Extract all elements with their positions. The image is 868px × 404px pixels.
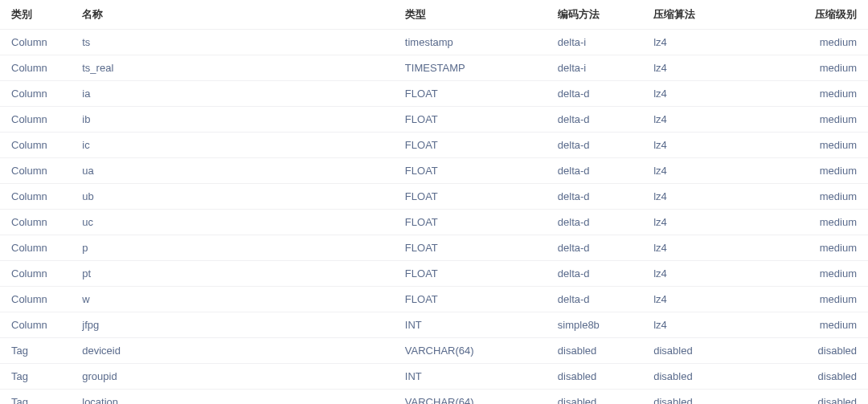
table-row: ColumnucFLOATdelta-dlz4medium (0, 210, 868, 235)
cell-category: Column (0, 235, 74, 261)
table-row: TaglocationVARCHAR(64)disableddisableddi… (0, 390, 868, 405)
cell-compress-level: disabled (776, 390, 868, 405)
cell-category: Tag (0, 364, 74, 390)
table-row: ColumniaFLOATdelta-dlz4medium (0, 81, 868, 107)
cell-type: TIMESTAMP (397, 55, 550, 81)
cell-name: ia (74, 81, 397, 107)
cell-compress-level: medium (776, 107, 868, 133)
cell-name: ts (74, 30, 397, 55)
cell-type: FLOAT (397, 261, 550, 287)
cell-encoding: delta-d (550, 287, 645, 312)
cell-compress-algo: disabled (645, 364, 776, 390)
cell-type: FLOAT (397, 287, 550, 312)
cell-type: timestamp (397, 30, 550, 55)
cell-name: jfpg (74, 312, 397, 338)
cell-encoding: delta-d (550, 158, 645, 184)
table-row: TaggroupidINTdisableddisableddisabled (0, 364, 868, 390)
cell-compress-algo: lz4 (645, 158, 776, 184)
cell-name: ub (74, 184, 397, 210)
cell-compress-algo: lz4 (645, 235, 776, 261)
header-compress-level: 压缩级别 (776, 0, 868, 30)
cell-category: Column (0, 107, 74, 133)
table-row: Columnts_realTIMESTAMPdelta-ilz4medium (0, 55, 868, 81)
cell-compress-algo: disabled (645, 390, 776, 405)
cell-compress-level: medium (776, 235, 868, 261)
cell-name: ic (74, 133, 397, 158)
cell-category: Column (0, 133, 74, 158)
cell-type: INT (397, 364, 550, 390)
cell-category: Column (0, 261, 74, 287)
table-row: Columntstimestampdelta-ilz4medium (0, 30, 868, 55)
table-row: TagdeviceidVARCHAR(64)disableddisableddi… (0, 338, 868, 364)
cell-category: Column (0, 55, 74, 81)
cell-type: FLOAT (397, 107, 550, 133)
cell-category: Column (0, 158, 74, 184)
cell-category: Column (0, 81, 74, 107)
cell-type: FLOAT (397, 184, 550, 210)
cell-compress-algo: lz4 (645, 107, 776, 133)
cell-type: INT (397, 312, 550, 338)
cell-category: Column (0, 312, 74, 338)
table-row: ColumnptFLOATdelta-dlz4medium (0, 261, 868, 287)
cell-name: ib (74, 107, 397, 133)
cell-category: Column (0, 184, 74, 210)
cell-encoding: delta-d (550, 184, 645, 210)
cell-compress-level: disabled (776, 338, 868, 364)
cell-compress-level: medium (776, 158, 868, 184)
cell-name: groupid (74, 364, 397, 390)
cell-type: FLOAT (397, 210, 550, 235)
cell-compress-level: medium (776, 30, 868, 55)
cell-compress-level: medium (776, 312, 868, 338)
cell-compress-level: medium (776, 261, 868, 287)
cell-encoding: simple8b (550, 312, 645, 338)
table-row: ColumnicFLOATdelta-dlz4medium (0, 133, 868, 158)
cell-encoding: disabled (550, 390, 645, 405)
cell-encoding: disabled (550, 338, 645, 364)
cell-compress-level: medium (776, 55, 868, 81)
table-header-row: 类别 名称 类型 编码方法 压缩算法 压缩级别 (0, 0, 868, 30)
table-row: ColumnuaFLOATdelta-dlz4medium (0, 158, 868, 184)
cell-category: Tag (0, 338, 74, 364)
cell-name: ua (74, 158, 397, 184)
header-compress-algo: 压缩算法 (645, 0, 776, 30)
cell-compress-algo: lz4 (645, 287, 776, 312)
cell-compress-algo: lz4 (645, 184, 776, 210)
cell-encoding: delta-d (550, 261, 645, 287)
cell-type: FLOAT (397, 81, 550, 107)
cell-compress-algo: disabled (645, 338, 776, 364)
cell-compress-algo: lz4 (645, 30, 776, 55)
cell-compress-level: medium (776, 81, 868, 107)
cell-encoding: delta-d (550, 210, 645, 235)
header-encoding: 编码方法 (550, 0, 645, 30)
cell-encoding: delta-i (550, 30, 645, 55)
cell-encoding: delta-i (550, 55, 645, 81)
cell-type: FLOAT (397, 235, 550, 261)
cell-name: p (74, 235, 397, 261)
table-row: ColumnjfpgINTsimple8blz4medium (0, 312, 868, 338)
cell-encoding: delta-d (550, 107, 645, 133)
cell-encoding: disabled (550, 364, 645, 390)
cell-compress-level: medium (776, 133, 868, 158)
cell-compress-algo: lz4 (645, 133, 776, 158)
cell-name: ts_real (74, 55, 397, 81)
cell-compress-algo: lz4 (645, 312, 776, 338)
cell-category: Column (0, 287, 74, 312)
cell-encoding: delta-d (550, 133, 645, 158)
header-name: 名称 (74, 0, 397, 30)
header-category: 类别 (0, 0, 74, 30)
cell-type: FLOAT (397, 158, 550, 184)
cell-encoding: delta-d (550, 235, 645, 261)
table-row: ColumnibFLOATdelta-dlz4medium (0, 107, 868, 133)
table-body: Columntstimestampdelta-ilz4mediumColumnt… (0, 30, 868, 405)
cell-name: uc (74, 210, 397, 235)
cell-encoding: delta-d (550, 81, 645, 107)
header-type: 类型 (397, 0, 550, 30)
column-definition-table: 类别 名称 类型 编码方法 压缩算法 压缩级别 Columntstimestam… (0, 0, 868, 404)
cell-compress-level: medium (776, 287, 868, 312)
cell-compress-algo: lz4 (645, 261, 776, 287)
cell-name: w (74, 287, 397, 312)
cell-type: VARCHAR(64) (397, 338, 550, 364)
cell-name: deviceid (74, 338, 397, 364)
cell-compress-level: medium (776, 184, 868, 210)
cell-compress-level: medium (776, 210, 868, 235)
